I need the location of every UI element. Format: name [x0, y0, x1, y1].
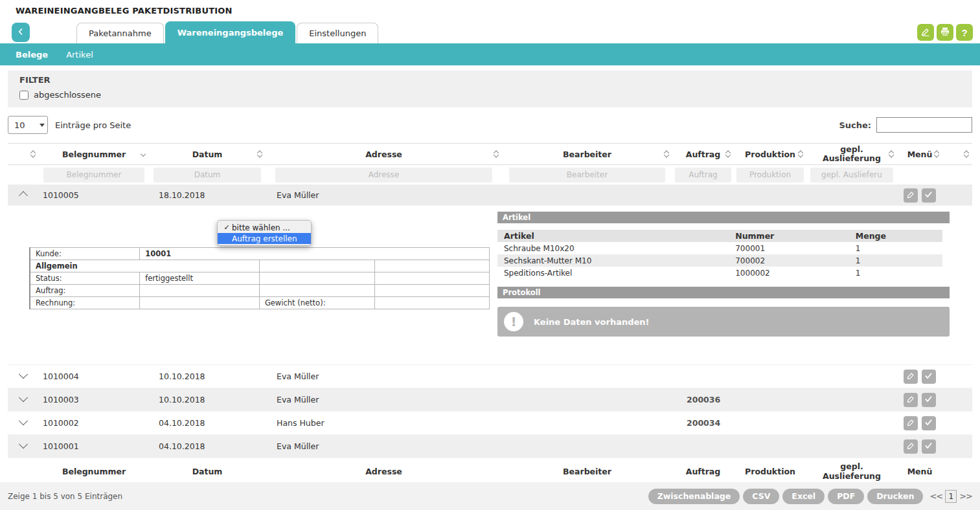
col-belegnummer[interactable]: Belegnummer — [39, 144, 149, 165]
belegnummer-filter-input[interactable] — [43, 168, 144, 183]
search-label: Suche: — [839, 120, 871, 130]
controls-row: 10 Einträge pro Seite Suche: — [8, 116, 972, 134]
complete-row-button[interactable] — [922, 393, 936, 407]
csv-button[interactable]: CSV — [743, 489, 779, 504]
expand-row-button[interactable] — [8, 388, 39, 412]
table-row[interactable]: 1010001 04.10.2018 Eva Müller — [8, 435, 972, 458]
col-bearbeiter[interactable]: Bearbeiter — [502, 144, 672, 165]
table-row[interactable]: 1010005 18.10.2018 Eva Müller — [8, 185, 972, 206]
tab-wareneingangsbelege[interactable]: Wareneingangsbelege — [165, 21, 296, 43]
edit-row-button[interactable] — [904, 416, 918, 430]
abgeschlossene-checkbox[interactable] — [19, 91, 28, 100]
column-filter-row — [8, 165, 972, 185]
table-row[interactable]: 1010004 10.10.2018 Eva Müller — [8, 365, 972, 388]
complete-row-button[interactable] — [922, 370, 936, 384]
expand-row-button[interactable] — [8, 412, 39, 435]
col-produktion[interactable]: Produktion — [734, 144, 806, 165]
gepl-auslieferung-filter-input[interactable] — [810, 168, 894, 183]
check-icon — [924, 395, 933, 405]
edit-row-button[interactable] — [904, 370, 918, 384]
pdf-button[interactable]: PDF — [828, 489, 864, 504]
beleg-detail-table: Kunde: 10001 Allgemein Status: fertigges… — [29, 247, 490, 309]
subnav-item-belege[interactable]: Belege — [16, 50, 48, 60]
col-menue[interactable]: Menü — [897, 144, 942, 165]
collapse-row-button[interactable] — [8, 185, 39, 206]
detail-row: ✓ bitte wählen ... Auftrag erstellen Kun… — [8, 206, 972, 365]
complete-row-button[interactable] — [922, 416, 936, 430]
col-auftrag[interactable]: Auftrag — [672, 144, 734, 165]
datum-filter-input[interactable] — [154, 168, 261, 183]
drucken-button[interactable]: Drucken — [867, 489, 923, 504]
no-data-message: Keine Daten vorhanden! — [534, 317, 650, 327]
auftrag-cell — [672, 435, 734, 458]
artikel-table: Artikel Nummer Menge Schraube M10x20 700… — [497, 230, 942, 279]
sort-icon[interactable] — [935, 151, 939, 157]
rechnung-label: Rechnung: — [30, 297, 140, 309]
sort-icon[interactable] — [31, 151, 35, 157]
edit-row-button[interactable] — [904, 188, 918, 203]
sort-icon[interactable] — [889, 151, 893, 157]
page-title: WAREINEINGANGBELEG PAKETDISTRIBUTION — [0, 0, 980, 16]
sort-icon[interactable] — [665, 151, 668, 157]
auftrag-cell: 200034 — [672, 412, 734, 435]
complete-row-button[interactable] — [922, 439, 936, 454]
bearbeiter-cell — [502, 388, 672, 412]
help-button[interactable]: ? — [956, 24, 973, 41]
first-page-button[interactable]: << — [929, 491, 942, 501]
menu-item-auftrag-erstellen[interactable]: Auftrag erstellen — [218, 233, 311, 244]
tab-paketannahme[interactable]: Paketannahme — [76, 23, 164, 43]
auftrag-cell: 200036 — [672, 388, 734, 412]
edit-row-button[interactable] — [904, 393, 918, 407]
subnav: Belege Artikel — [0, 43, 980, 65]
sort-icon[interactable] — [964, 151, 968, 157]
adresse-filter-input[interactable] — [275, 168, 493, 183]
sort-icon[interactable] — [494, 151, 498, 157]
excel-button[interactable]: Excel — [782, 489, 825, 504]
chevron-down-icon — [19, 416, 28, 425]
detail-right-panels: Artikel Artikel Nummer Menge Schraube M1… — [497, 212, 950, 337]
gewicht-label: Gewicht (netto): — [259, 297, 374, 309]
filter-abgeschlossene[interactable]: abgeschlossene — [19, 90, 961, 100]
table-row[interactable]: 1010002 04.10.2018 Hans Huber 200034 — [8, 412, 972, 435]
table-row[interactable]: 1010003 10.10.2018 Eva Müller 200036 — [8, 388, 972, 412]
edit-row-button[interactable] — [904, 439, 918, 454]
menu-item-bitte-waehlen[interactable]: ✓ bitte wählen ... — [218, 222, 311, 233]
filter-title: FILTER — [19, 75, 961, 85]
edit-button[interactable] — [917, 24, 934, 41]
expand-row-button[interactable] — [8, 365, 39, 388]
chevron-down-icon — [36, 116, 47, 133]
table-header-row: Belegnummer Datum Adresse Bearbeiter Auf… — [8, 144, 972, 165]
search-input[interactable] — [876, 117, 972, 133]
print-button[interactable] — [937, 24, 953, 41]
expand-row-button[interactable] — [8, 435, 39, 458]
col-gepl-auslieferung[interactable]: gepl. Auslieferung — [806, 144, 897, 165]
sort-icon[interactable] — [258, 151, 262, 157]
filter-panel: FILTER abgeschlossene — [8, 71, 972, 107]
sort-icon[interactable] — [799, 151, 803, 157]
adresse-cell: Eva Müller — [266, 185, 502, 206]
footer-col-menue: Menü — [897, 458, 942, 485]
chevron-down-icon — [19, 393, 28, 402]
zwischenablage-button[interactable]: Zwischenablage — [648, 489, 740, 504]
col-datum[interactable]: Datum — [149, 144, 266, 165]
sort-icon[interactable] — [726, 151, 730, 157]
tab-einstellungen[interactable]: Einstellungen — [297, 23, 378, 43]
current-page[interactable]: 1 — [945, 490, 957, 503]
check-icon: ✓ — [222, 223, 232, 232]
auftrag-filter-input[interactable] — [675, 168, 731, 183]
produktion-cell — [734, 185, 806, 206]
subnav-item-artikel[interactable]: Artikel — [66, 50, 93, 60]
check-icon — [924, 371, 933, 382]
col-adresse[interactable]: Adresse — [266, 144, 502, 165]
menu-cell — [897, 412, 942, 435]
belegnummer-cell: 1010005 — [39, 185, 149, 206]
sort-desc-icon[interactable] — [141, 152, 145, 156]
export-buttons: Zwischenablage CSV Excel PDF Drucken — [648, 489, 924, 504]
last-page-button[interactable]: >> — [959, 491, 972, 501]
produktion-cell — [734, 412, 806, 435]
produktion-filter-input[interactable] — [736, 168, 803, 183]
page-size-select[interactable]: 10 — [8, 116, 48, 134]
bearbeiter-filter-input[interactable] — [509, 168, 666, 183]
back-button[interactable] — [12, 23, 30, 42]
complete-row-button[interactable] — [922, 188, 936, 203]
